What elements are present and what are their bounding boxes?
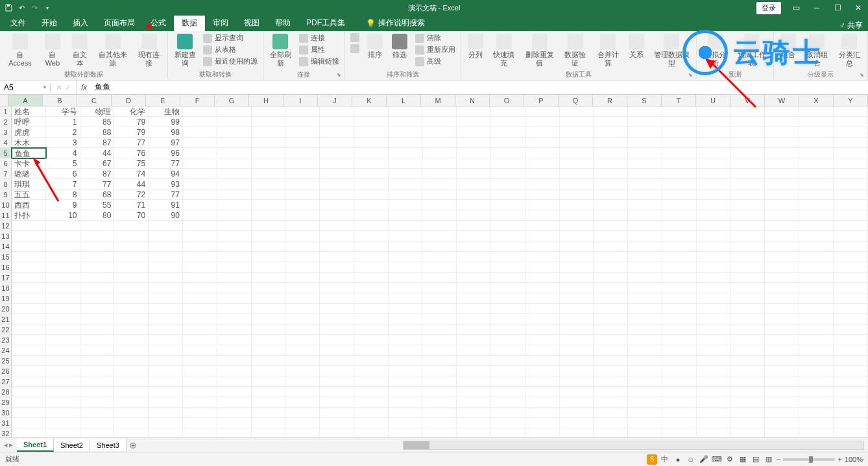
cell-Y5[interactable] bbox=[834, 148, 868, 158]
cell-A11[interactable]: 扑扑 bbox=[12, 210, 46, 221]
cell-F13[interactable] bbox=[183, 231, 217, 241]
cell-N1[interactable] bbox=[457, 106, 491, 117]
cell-Q12[interactable] bbox=[560, 221, 594, 231]
cell-M4[interactable] bbox=[422, 138, 457, 148]
cell-D25[interactable] bbox=[114, 356, 149, 366]
cell-U24[interactable] bbox=[697, 345, 731, 356]
cell-S19[interactable] bbox=[628, 293, 662, 304]
row-header-3[interactable]: 3 bbox=[0, 127, 12, 138]
cell-T1[interactable] bbox=[662, 106, 697, 117]
cell-L23[interactable] bbox=[389, 335, 423, 345]
cell-W28[interactable] bbox=[765, 387, 799, 397]
row-header-20[interactable]: 20 bbox=[0, 304, 12, 314]
name-box-dropdown-icon[interactable]: ▾ bbox=[43, 84, 46, 90]
cell-O17[interactable] bbox=[491, 273, 525, 283]
save-icon[interactable] bbox=[4, 3, 13, 12]
cell-K21[interactable] bbox=[354, 314, 389, 325]
cell-O26[interactable] bbox=[491, 366, 525, 376]
cell-Q3[interactable] bbox=[560, 127, 594, 138]
cell-V21[interactable] bbox=[731, 314, 766, 325]
cell-C28[interactable] bbox=[80, 387, 115, 397]
cell-D1[interactable]: 化学 bbox=[114, 106, 149, 117]
cell-F11[interactable] bbox=[183, 210, 217, 221]
cell-R9[interactable] bbox=[594, 190, 628, 200]
sf-0[interactable]: 清除 bbox=[413, 32, 458, 43]
cell-K8[interactable] bbox=[354, 179, 389, 190]
row-header-28[interactable]: 28 bbox=[0, 387, 12, 397]
cell-I1[interactable] bbox=[285, 106, 320, 117]
cell-T16[interactable] bbox=[662, 262, 697, 273]
cell-Q25[interactable] bbox=[560, 356, 594, 366]
cell-D10[interactable]: 71 bbox=[114, 200, 149, 210]
cell-A29[interactable] bbox=[12, 397, 46, 408]
cell-R18[interactable] bbox=[594, 283, 628, 293]
cell-V20[interactable] bbox=[731, 304, 766, 314]
cell-H5[interactable] bbox=[252, 148, 286, 158]
cell-E15[interactable] bbox=[149, 252, 183, 262]
cell-M8[interactable] bbox=[422, 179, 457, 190]
cell-X20[interactable] bbox=[799, 304, 834, 314]
fc-1[interactable]: 预测工作表 bbox=[732, 32, 771, 69]
cell-O16[interactable] bbox=[491, 262, 525, 273]
sf-2[interactable]: 高级 bbox=[413, 56, 458, 67]
ime-settings-icon[interactable]: ⚙ bbox=[725, 454, 735, 465]
cell-C12[interactable] bbox=[80, 221, 115, 231]
cell-U8[interactable] bbox=[697, 179, 731, 190]
cell-M23[interactable] bbox=[422, 335, 457, 345]
cell-G29[interactable] bbox=[217, 397, 252, 408]
cell-Q5[interactable] bbox=[560, 148, 594, 158]
cell-B10[interactable]: 9 bbox=[46, 200, 80, 210]
cell-X32[interactable] bbox=[799, 428, 834, 437]
cell-N28[interactable] bbox=[457, 387, 491, 397]
cell-Q26[interactable] bbox=[560, 366, 594, 376]
cell-V13[interactable] bbox=[731, 231, 766, 241]
cell-R5[interactable] bbox=[594, 148, 628, 158]
cell-L27[interactable] bbox=[389, 376, 423, 387]
cell-X11[interactable] bbox=[799, 210, 834, 221]
cell-R20[interactable] bbox=[594, 304, 628, 314]
view-break-icon[interactable]: ▥ bbox=[764, 454, 774, 465]
cell-J2[interactable] bbox=[320, 117, 354, 127]
cell-D8[interactable]: 44 bbox=[114, 179, 149, 190]
cell-T24[interactable] bbox=[662, 345, 697, 356]
cell-B17[interactable] bbox=[46, 273, 80, 283]
cell-P8[interactable] bbox=[525, 179, 560, 190]
cell-U20[interactable] bbox=[697, 304, 731, 314]
ime-lang-icon[interactable]: 中 bbox=[660, 454, 670, 465]
cell-G14[interactable] bbox=[217, 241, 252, 252]
cell-P4[interactable] bbox=[525, 138, 560, 148]
cell-S32[interactable] bbox=[628, 428, 662, 437]
cell-Q18[interactable] bbox=[560, 283, 594, 293]
cell-W23[interactable] bbox=[765, 335, 799, 345]
add-sheet-button[interactable]: ⊕ bbox=[127, 440, 139, 450]
cell-I7[interactable] bbox=[285, 169, 320, 179]
cell-X12[interactable] bbox=[799, 221, 834, 231]
cell-F12[interactable] bbox=[183, 221, 217, 231]
gt-0[interactable]: 显示查询 bbox=[200, 32, 260, 43]
cell-P11[interactable] bbox=[525, 210, 560, 221]
cell-U10[interactable] bbox=[697, 200, 731, 210]
conn-1[interactable]: 属性 bbox=[296, 44, 342, 55]
cell-X5[interactable] bbox=[799, 148, 834, 158]
cell-Q8[interactable] bbox=[560, 179, 594, 190]
cell-N23[interactable] bbox=[457, 335, 491, 345]
cell-L17[interactable] bbox=[389, 273, 423, 283]
cell-P12[interactable] bbox=[525, 221, 560, 231]
cell-V10[interactable] bbox=[731, 200, 766, 210]
cell-W3[interactable] bbox=[765, 127, 799, 138]
dialog-launcher-icon[interactable]: ⬊ bbox=[688, 72, 695, 79]
col-header-F[interactable]: F bbox=[180, 95, 215, 106]
cell-B22[interactable] bbox=[46, 325, 80, 335]
cell-A8[interactable]: 琪琪 bbox=[12, 179, 46, 190]
cell-R6[interactable] bbox=[594, 158, 628, 169]
cell-D27[interactable] bbox=[114, 376, 149, 387]
cell-Y32[interactable] bbox=[834, 428, 868, 437]
cell-A4[interactable]: 木木 bbox=[12, 138, 46, 148]
login-button[interactable]: 登录 bbox=[756, 2, 781, 14]
cell-R26[interactable] bbox=[594, 366, 628, 376]
cell-U14[interactable] bbox=[697, 241, 731, 252]
cell-R13[interactable] bbox=[594, 231, 628, 241]
cell-L7[interactable] bbox=[389, 169, 423, 179]
cell-K26[interactable] bbox=[354, 366, 389, 376]
cell-U27[interactable] bbox=[697, 376, 731, 387]
